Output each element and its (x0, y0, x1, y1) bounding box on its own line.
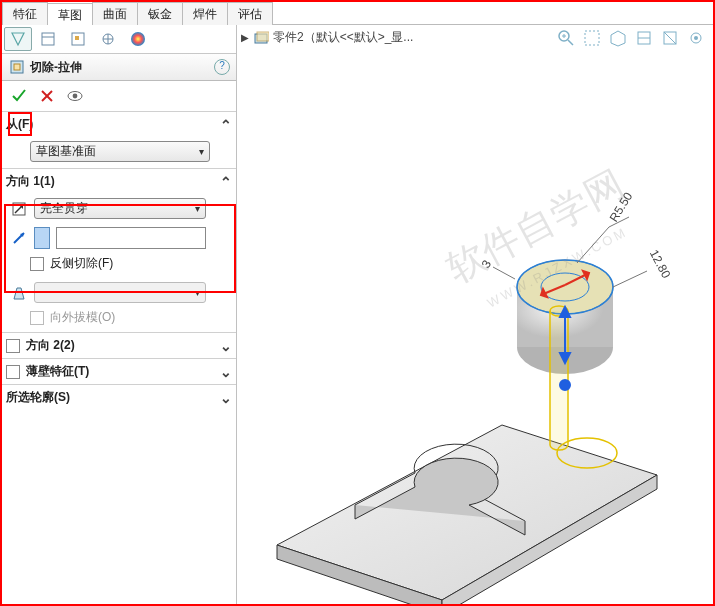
solidworks-window: 特征 草图 曲面 钣金 焊件 评估 (0, 0, 715, 606)
tab-weld[interactable]: 焊件 (182, 2, 228, 25)
tab-sketch[interactable]: 草图 (47, 3, 93, 26)
thin-feature-section: 薄壁特征(T) ⌄ (2, 358, 236, 384)
svg-line-56 (493, 267, 515, 279)
selected-contours-section: 所选轮廓(S) ⌄ (2, 384, 236, 410)
feature-title-text: 切除-拉伸 (30, 59, 82, 76)
cancel-button[interactable] (38, 87, 56, 105)
from-section: 从(F) ⌃ 草图基准面 ▾ (2, 111, 236, 168)
panel-tab-strip (2, 25, 236, 54)
preview-toggle-icon[interactable] (66, 87, 84, 105)
feature-tree-tab[interactable] (4, 27, 32, 51)
svg-rect-1 (42, 33, 54, 45)
tab-surface[interactable]: 曲面 (92, 2, 138, 25)
tab-evaluate[interactable]: 评估 (227, 2, 273, 25)
draft-icon[interactable] (10, 284, 28, 302)
svg-marker-20 (14, 288, 24, 299)
selection-slot[interactable] (34, 227, 50, 249)
chevron-down-icon: ▾ (199, 146, 204, 157)
svg-rect-10 (14, 64, 20, 70)
direction1-section: 方向 1(1) ⌃ 完全贯穿 ▾ (2, 168, 236, 332)
expand-icon: ⌄ (220, 390, 232, 406)
flip-side-checkbox[interactable]: 反侧切除(F) (30, 255, 228, 272)
svg-point-8 (131, 32, 145, 46)
draft-outward-label: 向外拔模(O) (50, 309, 115, 326)
help-icon[interactable]: ? (214, 59, 230, 75)
svg-line-53 (577, 227, 609, 263)
property-tab[interactable] (34, 27, 62, 51)
svg-marker-0 (12, 33, 24, 45)
chevron-down-icon: ▾ (195, 203, 200, 214)
feature-title-bar: 切除-拉伸 ? (2, 54, 236, 81)
draft-angle-field[interactable]: ▾ (34, 282, 206, 303)
model-view (237, 25, 713, 605)
tab-features[interactable]: 特征 (2, 2, 48, 25)
flip-side-label: 反侧切除(F) (50, 255, 113, 272)
collapse-icon: ⌃ (220, 174, 232, 190)
from-dropdown[interactable]: 草图基准面 ▾ (30, 141, 210, 162)
graphics-viewport[interactable]: ▶ 零件2（默认<<默认>_显... (237, 25, 713, 605)
config-tab-icon[interactable] (64, 27, 92, 51)
svg-rect-4 (75, 36, 79, 40)
selected-contours-header[interactable]: 所选轮廓(S) ⌄ (2, 385, 236, 410)
checkbox-icon (30, 311, 44, 325)
tab-sheetmetal[interactable]: 钣金 (137, 2, 183, 25)
ribbon-tabs: 特征 草图 曲面 钣金 焊件 评估 (2, 2, 713, 25)
svg-line-55 (613, 271, 647, 287)
reverse-direction-icon[interactable] (10, 200, 28, 218)
direction1-header[interactable]: 方向 1(1) ⌃ (2, 169, 236, 194)
spinner-icon: ▾ (195, 287, 200, 298)
from-label: 从(F) (6, 116, 33, 133)
thin-feature-header[interactable]: 薄壁特征(T) ⌄ (2, 359, 236, 384)
direction-vector-icon[interactable] (10, 229, 28, 247)
confirm-row (2, 81, 236, 111)
direction2-enable-checkbox[interactable] (6, 339, 20, 353)
dimxpert-tab-icon[interactable] (94, 27, 122, 51)
selected-contours-label: 所选轮廓(S) (6, 389, 70, 406)
cut-extrude-icon (8, 58, 26, 76)
checkbox-icon (30, 257, 44, 271)
collapse-icon: ⌃ (220, 117, 232, 133)
direction-selection-field[interactable] (56, 227, 206, 249)
end-condition-dropdown[interactable]: 完全贯穿 ▾ (34, 198, 206, 219)
appearance-tab-icon[interactable] (124, 27, 152, 51)
direction2-header[interactable]: 方向 2(2) ⌄ (2, 333, 236, 358)
from-header[interactable]: 从(F) ⌃ (2, 112, 236, 137)
expand-icon: ⌄ (220, 364, 232, 380)
property-manager-panel: 切除-拉伸 ? 从(F) ⌃ (2, 25, 237, 605)
ok-button[interactable] (10, 87, 28, 105)
from-value: 草图基准面 (36, 143, 96, 160)
thin-feature-label: 薄壁特征(T) (26, 363, 89, 380)
thin-feature-enable-checkbox[interactable] (6, 365, 20, 379)
direction2-label: 方向 2(2) (26, 337, 75, 354)
draft-outward-checkbox: 向外拔模(O) (30, 309, 228, 326)
direction1-label: 方向 1(1) (6, 173, 55, 190)
end-condition-value: 完全贯穿 (40, 200, 88, 217)
expand-icon: ⌄ (220, 338, 232, 354)
direction2-section: 方向 2(2) ⌄ (2, 332, 236, 358)
svg-point-52 (560, 380, 570, 390)
svg-point-14 (73, 94, 78, 99)
